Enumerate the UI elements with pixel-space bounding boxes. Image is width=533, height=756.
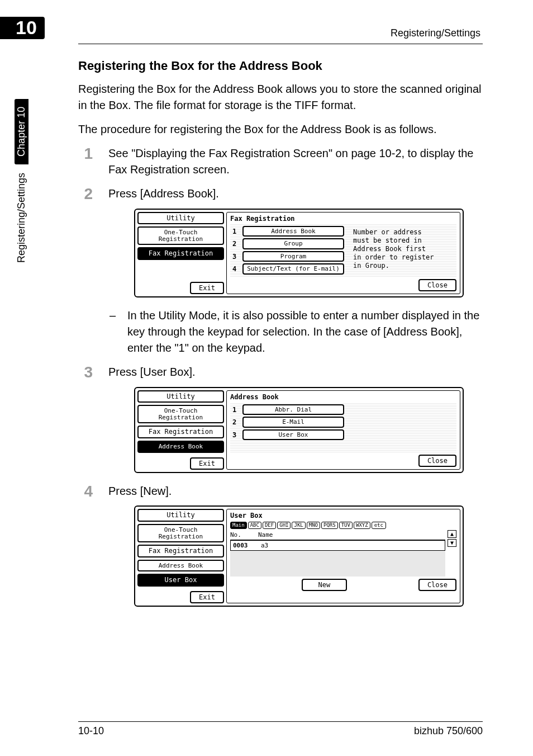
lcd2-m2-num: 2 <box>232 418 240 426</box>
lcd1-m3-num: 3 <box>232 253 240 261</box>
step-1: 1 See "Displaying the Fax Registration S… <box>78 145 483 178</box>
lcd1-close-button[interactable]: Close <box>418 279 456 291</box>
lcd1-m2-btn[interactable]: Group <box>242 238 344 249</box>
lcd1-m4-num: 4 <box>232 265 240 273</box>
lcd1-hint-l1: Number or address <box>353 228 451 237</box>
chapter-number: 10 <box>16 17 37 38</box>
lcd-fax-registration: Utility One-Touch Registration Fax Regis… <box>134 209 464 297</box>
lcd2-close-button[interactable]: Close <box>418 455 456 467</box>
lcd-address-book: Utility One-Touch Registration Fax Regis… <box>134 387 464 473</box>
lcd1-m1-num: 1 <box>232 228 240 235</box>
step-2-text: Press [Address Book]. <box>108 186 483 202</box>
lcd2-exit-button[interactable]: Exit <box>190 457 224 470</box>
lcd3-exit-button[interactable]: Exit <box>190 591 224 603</box>
page-footer: 10-10 bizhub 750/600 <box>78 721 483 737</box>
step-4-number: 4 <box>78 483 93 500</box>
lcd3-tab-faxreg[interactable]: Fax Registration <box>137 545 224 557</box>
lcd3-table-header: No. Name <box>230 530 445 540</box>
lcd3-row-0003[interactable]: 0003 a3 <box>230 540 445 551</box>
lcd1-tab-utility[interactable]: Utility <box>137 212 224 225</box>
side-tab: Registering/Settings Chapter 10 <box>15 99 28 263</box>
lcd3-empty-rows <box>230 551 445 577</box>
lcd1-m2-num: 2 <box>232 240 240 248</box>
lcd2-m1-btn[interactable]: Abbr. Dial <box>242 404 344 415</box>
lcd2-tab-utility[interactable]: Utility <box>137 390 224 403</box>
lcd2-m2-btn[interactable]: E-Mail <box>242 417 344 428</box>
running-head: 10 Registering/Settings <box>78 17 483 44</box>
lcd1-m1-btn[interactable]: Address Book <box>242 226 344 237</box>
lcd3-tab-etc[interactable]: etc <box>372 522 386 529</box>
lcd3-tab-abc[interactable]: ABC <box>248 522 261 529</box>
step-2: 2 Press [Address Book]. <box>78 186 483 203</box>
lcd3-index-tabs: Main ABC DEF GHI JKL MNO PQRS TUV WXYZ e… <box>230 521 456 530</box>
lcd3-scroll-up[interactable]: ▲ <box>448 530 456 538</box>
lcd3-tab-def[interactable]: DEF <box>263 522 276 529</box>
lcd3-row-no: 0003 <box>233 542 255 549</box>
step-4-text: Press [New]. <box>108 483 483 499</box>
lcd3-tab-onetouch[interactable]: One-Touch Registration <box>137 524 224 542</box>
lcd3-col-name: Name <box>258 531 273 538</box>
side-tab-text: Registering/Settings <box>16 173 27 263</box>
lcd1-hint-l2: must be stored in <box>353 237 451 245</box>
lcd3-tab-tuv[interactable]: TUV <box>339 522 353 529</box>
lcd1-hint-l5: in Group. <box>353 262 451 270</box>
section-title: Registering the Box for the Address Book <box>78 59 483 73</box>
lcd3-tab-mno[interactable]: MNO <box>307 522 320 529</box>
lcd3-tab-main[interactable]: Main <box>230 522 247 529</box>
lcd1-exit-button[interactable]: Exit <box>190 282 224 294</box>
lcd2-tab-onetouch[interactable]: One-Touch Registration <box>137 405 224 423</box>
lcd3-tab-address[interactable]: Address Book <box>137 560 224 572</box>
lcd-user-box: Utility One-Touch Registration Fax Regis… <box>134 505 464 606</box>
lcd3-row-name: a3 <box>261 542 268 549</box>
lcd2-tab-address[interactable]: Address Book <box>137 441 224 453</box>
sublist-text: In the Utility Mode, it is also possible… <box>127 308 483 356</box>
lcd1-m3-btn[interactable]: Program <box>242 251 344 262</box>
footer-page-number: 10-10 <box>78 725 104 737</box>
lcd2-m1-num: 1 <box>232 406 240 414</box>
running-title: Registering/Settings <box>391 27 483 39</box>
step-3-text: Press [User Box]. <box>108 364 483 380</box>
step-2-number: 2 <box>78 186 93 203</box>
step-2-sublist: – In the Utility Mode, it is also possib… <box>110 308 483 356</box>
lcd3-scroll-down[interactable]: ▼ <box>448 539 456 547</box>
lcd2-m3-btn[interactable]: User Box <box>242 429 344 441</box>
paragraph-1: Registering the Box for the Address Book… <box>78 81 483 114</box>
lcd1-title: Fax Registration <box>230 215 456 224</box>
lcd3-tab-utility[interactable]: Utility <box>137 509 224 522</box>
lcd1-m4-btn[interactable]: Subject/Text (for E-mail) <box>242 263 344 275</box>
lcd3-new-button[interactable]: New <box>302 579 348 591</box>
step-3: 3 Press [User Box]. <box>78 364 483 381</box>
lcd1-hint: Number or address must be stored in Addr… <box>350 226 454 272</box>
footer-model: bizhub 750/600 <box>414 725 483 737</box>
lcd2-title: Address Book <box>230 393 456 402</box>
lcd3-tab-ghi[interactable]: GHI <box>277 522 291 529</box>
side-tab-chapter: Chapter 10 <box>15 99 28 164</box>
sublist-dash: – <box>110 308 117 356</box>
step-4: 4 Press [New]. <box>78 483 483 500</box>
lcd1-hint-l4: in order to register <box>353 253 451 262</box>
paragraph-2: The procedure for registering the Box fo… <box>78 121 483 138</box>
lcd1-tab-faxreg[interactable]: Fax Registration <box>137 247 224 260</box>
lcd2-tab-faxreg[interactable]: Fax Registration <box>137 426 224 438</box>
lcd3-tab-wxyz[interactable]: WXYZ <box>354 522 370 529</box>
lcd1-hint-l3: Address Book first <box>353 245 451 253</box>
lcd3-title: User Box <box>230 512 456 521</box>
lcd3-tab-pqrs[interactable]: PQRS <box>321 522 338 529</box>
lcd3-tab-userbox[interactable]: User Box <box>137 574 224 587</box>
step-3-number: 3 <box>78 364 93 381</box>
lcd2-m3-num: 3 <box>232 431 240 439</box>
lcd3-col-no: No. <box>230 531 253 538</box>
chapter-badge: 10 <box>0 17 45 39</box>
step-1-text: See "Displaying the Fax Registration Scr… <box>108 145 483 178</box>
lcd3-close-button[interactable]: Close <box>418 579 456 591</box>
lcd3-tab-jkl[interactable]: JKL <box>292 522 305 529</box>
step-1-number: 1 <box>78 145 93 163</box>
lcd1-tab-onetouch[interactable]: One-Touch Registration <box>137 226 224 245</box>
